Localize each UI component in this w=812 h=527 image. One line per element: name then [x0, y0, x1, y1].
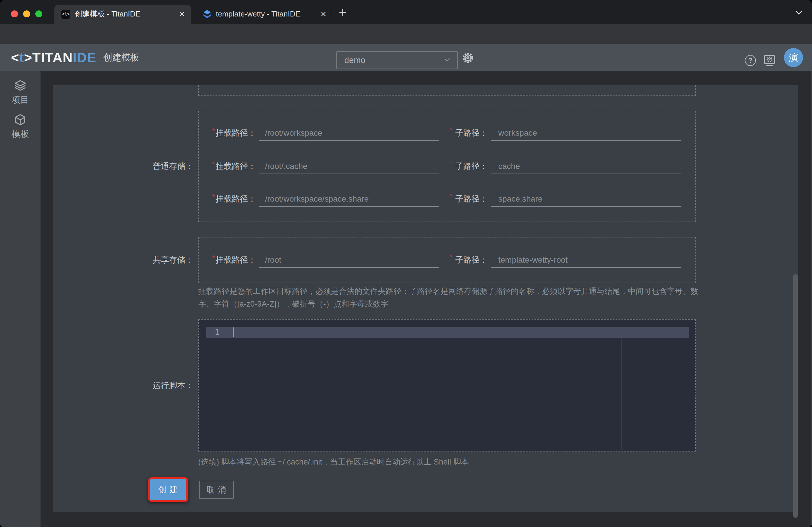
cube-icon	[14, 113, 27, 127]
subpath-input[interactable]: cache	[498, 158, 520, 175]
required-asterisk: *	[212, 160, 215, 169]
tab-separator	[331, 9, 331, 18]
input-underline	[491, 206, 681, 207]
mount-path-input[interactable]: /root/workspace	[265, 125, 322, 142]
scrolled-fieldset-remnant	[198, 85, 696, 96]
close-icon[interactable]: ×	[321, 5, 326, 23]
required-asterisk: *	[212, 193, 215, 202]
input-underline	[491, 267, 681, 268]
cancel-button[interactable]: 取 消	[199, 481, 234, 499]
run-script-editor[interactable]: 1	[198, 319, 696, 452]
path-help-text: 挂载路径是您的工作区目标路径，必须是合法的文件夹路径；子路径名是网络存储源子路径…	[198, 285, 703, 310]
sidebar-item-label: 模板	[0, 128, 41, 140]
tab-search-chevron-icon[interactable]	[795, 8, 802, 14]
storage-row: * 挂载路径： /root/.cache * 子路径： cache	[53, 158, 798, 175]
gem-favicon-icon	[202, 9, 213, 19]
app-header: <t>TITANIDE 创建模板 demo ? 演	[0, 44, 812, 71]
input-underline	[259, 140, 439, 141]
storage-row: * 挂载路径： /root/workspace/space.share * 子路…	[53, 190, 798, 208]
window-zoom-button[interactable]	[35, 11, 42, 17]
page-title: 创建模板	[103, 44, 139, 71]
required-asterisk: *	[450, 254, 452, 260]
editor-caret	[233, 327, 233, 337]
mount-path-label: 挂载路径：	[216, 158, 256, 175]
mount-path-label: 挂载路径：	[216, 251, 256, 269]
input-underline	[259, 267, 439, 268]
workspace-select[interactable]: demo	[336, 51, 458, 69]
input-underline	[491, 174, 681, 174]
close-icon[interactable]: ×	[179, 5, 185, 23]
editor-current-line	[206, 327, 689, 338]
tab-title: template-wetty - TitanIDE	[216, 5, 300, 23]
storage-row: * 挂载路径： /root/workspace * 子路径： workspace	[53, 125, 798, 142]
titanide-logo[interactable]: <t>TITANIDE	[11, 44, 96, 71]
input-underline	[259, 206, 439, 207]
mount-path-input[interactable]: /root/.cache	[265, 158, 307, 175]
subpath-input[interactable]: template-wetty-root	[498, 251, 568, 269]
required-asterisk: *	[450, 127, 452, 133]
required-asterisk: *	[450, 193, 452, 199]
layers-icon	[14, 79, 27, 92]
page-scrollbar[interactable]	[793, 274, 798, 518]
tab-title: 创建模板 - TitanIDE	[75, 5, 140, 23]
page-body: 项目 模板 普通存储： * 挂载路径： /root/workspace *	[0, 71, 812, 527]
new-tab-button[interactable]: +	[335, 3, 350, 21]
mount-path-label: 挂载路径：	[216, 125, 256, 142]
window-close-button[interactable]	[11, 11, 18, 17]
editor-ruler	[621, 338, 622, 450]
subpath-label: 子路径：	[455, 251, 488, 269]
script-help-text: (选填) 脚本将写入路径 ~/.cache/.init，当工作区启动时自动运行以…	[198, 456, 703, 468]
app-sidebar: 项目 模板	[0, 71, 41, 527]
tab-strip: <t> 创建模板 - TitanIDE × template-wetty - T…	[0, 0, 812, 24]
sidebar-item-templates[interactable]: 模板	[0, 113, 41, 140]
required-asterisk: *	[212, 254, 215, 263]
subpath-input[interactable]: workspace	[498, 125, 537, 142]
workspace-select-value: demo	[344, 52, 365, 69]
mount-path-label: 挂载路径：	[216, 190, 256, 208]
subpath-label: 子路径：	[455, 158, 488, 175]
form-card: 普通存储： * 挂载路径： /root/workspace * 子路径： wor…	[53, 85, 798, 512]
tab-template-wetty[interactable]: template-wetty - TitanIDE ×	[197, 5, 331, 24]
titanide-favicon-icon: <t>	[61, 10, 70, 19]
mount-path-input[interactable]: /root/workspace/space.share	[265, 190, 369, 208]
browser-toolbar: try.titanide.cn/ide/web/workspace/templa…	[0, 24, 812, 44]
required-asterisk: *	[450, 160, 452, 166]
subpath-label: 子路径：	[455, 190, 488, 208]
sidebar-item-label: 项目	[0, 94, 41, 106]
storage-row: * 挂载路径： /root * 子路径： template-wetty-root	[53, 251, 798, 269]
editor-line-number: 1	[213, 327, 221, 338]
chevron-down-icon	[445, 56, 450, 61]
system-monitor-icon[interactable]	[762, 53, 777, 68]
input-underline	[259, 174, 439, 174]
run-script-label: 运行脚本：	[135, 380, 193, 391]
tab-create-template[interactable]: <t> 创建模板 - TitanIDE ×	[54, 5, 191, 24]
input-underline	[491, 140, 681, 141]
action-highlight-box: 创 建	[148, 477, 188, 502]
subpath-input[interactable]: space.share	[498, 190, 542, 208]
create-button[interactable]: 创 建	[150, 479, 186, 500]
subpath-label: 子路径：	[455, 125, 488, 142]
required-asterisk: *	[212, 127, 215, 136]
help-icon[interactable]: ?	[745, 55, 756, 66]
window-minimize-button[interactable]	[23, 11, 30, 17]
user-avatar[interactable]: 演	[784, 48, 803, 67]
browser-window: <t> 创建模板 - TitanIDE × template-wetty - T…	[0, 0, 812, 527]
mount-path-input[interactable]: /root	[265, 251, 281, 269]
sidebar-item-projects[interactable]: 项目	[0, 79, 41, 106]
settings-gear-icon[interactable]	[462, 52, 474, 64]
